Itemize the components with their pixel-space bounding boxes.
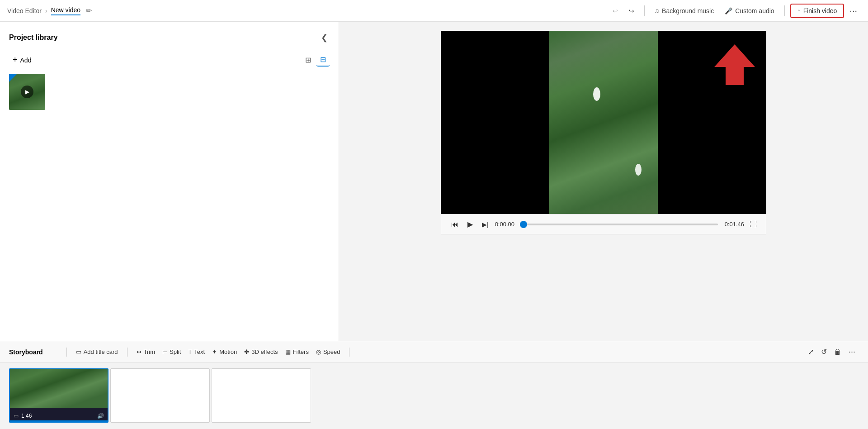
app-name-label: Video Editor — [7, 7, 42, 14]
video-right-black — [658, 31, 766, 214]
delete-icon: 🗑 — [834, 348, 841, 356]
music-icon: ♫ — [655, 7, 660, 14]
resize-icon: ⤢ — [808, 348, 814, 356]
background-music-label: Background music — [662, 7, 714, 14]
motion-button[interactable]: ✦ Motion — [208, 347, 241, 357]
filters-icon: ▦ — [285, 348, 291, 355]
rewind-button[interactable]: ⏮ — [448, 219, 461, 230]
video-controls: ⏮ ▶ ▶| 0:00.00 0:01.46 ⛶ — [441, 214, 766, 234]
background-music-button[interactable]: ♫ Background music — [650, 5, 719, 17]
storyboard-header: Storyboard ▭ Add title card ⇹ Trim ⊢ Spl… — [0, 341, 868, 363]
svg-point-1 — [635, 164, 642, 176]
track-plant-visual — [10, 369, 108, 408]
title-card-icon: ▭ — [76, 348, 81, 355]
breadcrumb: Video Editor › New video — [7, 6, 80, 15]
flower-2 — [633, 162, 644, 178]
rotate-icon: ↺ — [821, 348, 827, 356]
sb-divider-1 — [66, 348, 67, 357]
view-small-grid-button[interactable]: ⊟ — [316, 53, 330, 67]
text-button[interactable]: T Text — [184, 347, 208, 357]
top-bar: Video Editor › New video ✏ ↩ ↪ ♫ Backgro… — [0, 0, 868, 22]
progress-bar[interactable] — [524, 224, 718, 225]
trim-button[interactable]: ⇹ Trim — [133, 347, 159, 357]
add-media-button[interactable]: + Add — [9, 53, 35, 67]
video-preview-wrapper: ⏮ ▶ ▶| 0:00.00 0:01.46 ⛶ — [441, 31, 766, 234]
play-pause-icon: ▶ — [467, 220, 473, 228]
total-time: 0:01.46 — [722, 221, 744, 228]
rotate-button[interactable]: ↺ — [817, 346, 830, 358]
flower-1 — [590, 85, 604, 103]
3d-effects-button[interactable]: ✤ 3D effects — [241, 347, 281, 357]
sb-divider-2 — [127, 348, 127, 357]
speed-label: Speed — [323, 348, 340, 355]
collapse-panel-button[interactable]: ❮ — [319, 31, 330, 44]
add-title-card-label: Add title card — [84, 348, 118, 355]
split-icon: ⊢ — [162, 348, 167, 355]
forward-icon: ▶| — [482, 221, 489, 228]
fullscreen-icon: ⛶ — [750, 220, 757, 228]
undo-button[interactable]: ↩ — [608, 5, 623, 17]
panel-title: Project library — [9, 33, 58, 42]
resize-button[interactable]: ⤢ — [804, 346, 817, 358]
delete-button[interactable]: 🗑 — [830, 346, 845, 358]
library-grid: ▶ — [9, 74, 330, 110]
track-duration: 1.46 — [21, 413, 32, 419]
media-play-overlay: ▶ — [21, 86, 33, 98]
rewind-icon: ⏮ — [451, 220, 458, 228]
current-time: 0:00.00 — [495, 221, 520, 228]
fullscreen-button[interactable]: ⛶ — [748, 219, 759, 230]
filters-label: Filters — [293, 348, 309, 355]
track-item[interactable]: ▭ 1.46 🔊 — [9, 368, 108, 423]
finish-video-button[interactable]: ↑ Finish video — [790, 4, 844, 18]
filters-button[interactable]: ▦ Filters — [282, 347, 312, 357]
video-center-frame — [549, 31, 658, 214]
speed-button[interactable]: ◎ Speed — [312, 347, 344, 357]
undo-icon: ↩ — [613, 7, 618, 14]
add-label: Add — [20, 57, 32, 64]
small-grid-icon: ⊟ — [320, 56, 326, 63]
trim-label: Trim — [144, 348, 156, 355]
right-panel: ⏮ ▶ ▶| 0:00.00 0:01.46 ⛶ — [339, 22, 868, 341]
track-item-empty-1 — [110, 368, 210, 423]
red-arrow-indicator — [714, 42, 755, 89]
motion-label: Motion — [219, 348, 237, 355]
storyboard-track: ▭ 1.46 🔊 — [0, 363, 868, 428]
video-content — [549, 31, 658, 214]
breadcrumb-separator: › — [45, 7, 47, 14]
panel-header: Project library ❮ — [9, 31, 330, 44]
bottom-panel: Storyboard ▭ Add title card ⇹ Trim ⊢ Spl… — [0, 341, 868, 429]
play-button[interactable]: ▶ — [465, 218, 476, 230]
forward-button[interactable]: ▶| — [479, 219, 491, 230]
storyboard-more-button[interactable]: ··· — [845, 345, 859, 358]
video-left-black — [441, 31, 549, 214]
edit-project-name-button[interactable]: ✏ — [84, 5, 94, 17]
add-icon: + — [13, 55, 18, 65]
split-button[interactable]: ⊢ Split — [159, 347, 184, 357]
speed-icon: ◎ — [316, 348, 321, 355]
left-panel: Project library ❮ + Add ⊞ ⊟ ▶ — [0, 22, 339, 341]
add-title-card-button[interactable]: ▭ Add title card — [72, 347, 122, 357]
redo-icon: ↪ — [629, 7, 634, 14]
media-item[interactable]: ▶ — [9, 74, 45, 110]
track-screen-icon: ▭ — [14, 413, 19, 419]
view-large-grid-button[interactable]: ⊞ — [302, 53, 315, 67]
view-toggles: ⊞ ⊟ — [302, 53, 330, 67]
track-thumbnail — [10, 369, 108, 408]
svg-marker-2 — [714, 44, 755, 85]
text-icon: T — [188, 348, 192, 355]
redo-button[interactable]: ↪ — [624, 5, 639, 17]
custom-audio-button[interactable]: 🎤 Custom audio — [720, 5, 778, 17]
top-bar-actions: ↩ ↪ ♫ Background music 🎤 Custom audio ↑ … — [608, 4, 861, 18]
more-options-button[interactable]: ··· — [846, 4, 861, 18]
track-item-empty-2 — [212, 368, 311, 423]
track-progress-bar — [10, 420, 108, 422]
toolbar-divider-1 — [644, 5, 645, 16]
storyboard-more-icon: ··· — [849, 347, 855, 356]
svg-point-0 — [593, 87, 600, 101]
large-grid-icon: ⊞ — [305, 56, 311, 64]
main-content: Project library ❮ + Add ⊞ ⊟ ▶ — [0, 22, 868, 341]
progress-thumb[interactable] — [520, 221, 527, 228]
finish-video-label: Finish video — [803, 7, 837, 14]
project-name-label: New video — [51, 6, 80, 15]
library-toolbar: + Add ⊞ ⊟ — [9, 53, 330, 67]
